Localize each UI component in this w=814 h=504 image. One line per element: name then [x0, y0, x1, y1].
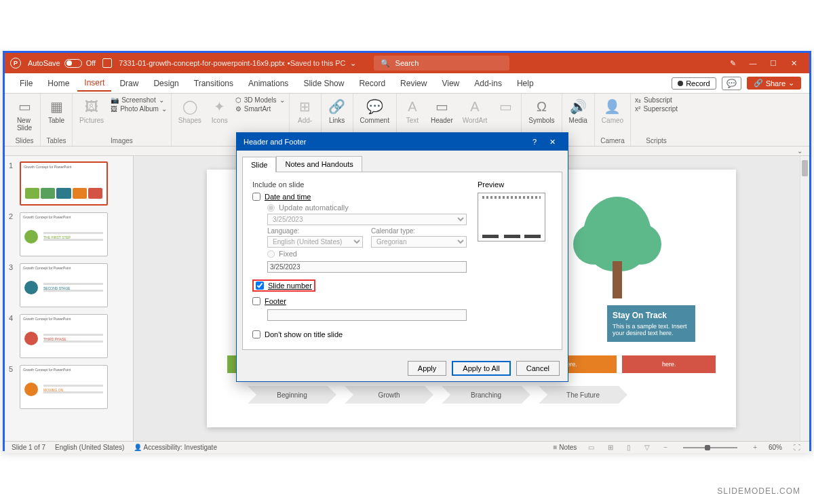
reading-view-icon[interactable]: ▯ — [625, 444, 633, 451]
tab-animations[interactable]: Animations — [241, 76, 295, 91]
text-icon: A — [404, 98, 421, 115]
dialog-tab-notes[interactable]: Notes and Handouts — [276, 156, 362, 172]
addins-button[interactable]: ⊞Add- — [294, 96, 317, 125]
sorter-view-icon[interactable]: ⊞ — [606, 444, 615, 451]
zoom-slider[interactable] — [683, 447, 737, 448]
link-icon: 🔗 — [328, 98, 346, 115]
tab-file[interactable]: File — [13, 76, 39, 91]
dialog-help-icon[interactable]: ? — [526, 138, 543, 146]
apply-button[interactable]: Apply — [408, 361, 447, 376]
tree-graphic — [580, 197, 655, 298]
table-button[interactable]: ▦Table — [45, 96, 68, 125]
tab-insert[interactable]: Insert — [77, 75, 111, 92]
superscript-button[interactable]: x² Superscript — [635, 105, 678, 113]
menubar: File Home Insert Draw Design Transitions… — [5, 73, 809, 94]
pictures-icon: 🖼 — [83, 98, 100, 115]
thumbnail-2[interactable]: Growth Concept for PowerPointTHE FIRST S… — [20, 212, 108, 256]
normal-view-icon[interactable]: ▭ — [586, 444, 596, 451]
screenshot-button[interactable]: 📷 Screenshot ⌄ — [111, 96, 167, 104]
dialog-close-icon[interactable]: ✕ — [543, 138, 561, 147]
tab-record[interactable]: Record — [352, 76, 392, 91]
thumbnail-1[interactable]: Growth Concept for PowerPoint — [20, 161, 108, 206]
shapes-button[interactable]: ◯Shapes — [176, 96, 204, 125]
tab-draw[interactable]: Draw — [113, 76, 145, 91]
preview-label: Preview — [478, 180, 552, 189]
zoom-in-icon[interactable]: + — [751, 444, 759, 451]
comment-button[interactable]: 💬Comment — [357, 96, 392, 125]
tab-slideshow[interactable]: Slide Show — [296, 76, 351, 91]
save-icon[interactable] — [102, 58, 112, 68]
slideshow-view-icon[interactable]: ▽ — [642, 444, 652, 451]
header-footer-dialog: Header and Footer ? ✕ Slide Notes and Ha… — [236, 132, 568, 382]
include-label: Include on slide — [252, 180, 467, 189]
text-button[interactable]: AText — [401, 96, 424, 125]
callout-box: Stay On Track This is a sample text. Ins… — [607, 305, 695, 342]
fixed-radio[interactable]: Fixed — [267, 250, 467, 258]
thumbnail-3[interactable]: Growth Concept for PowerPointSECOND STAG… — [20, 263, 108, 307]
wordart-button[interactable]: AWordArt — [460, 96, 490, 125]
tab-home[interactable]: Home — [41, 76, 76, 91]
autosave-toggle[interactable]: AutoSave Off — [28, 59, 96, 68]
tab-view[interactable]: View — [435, 76, 466, 91]
comments-icon[interactable]: 💬 — [722, 77, 741, 90]
search-icon: 🔍 — [381, 59, 390, 68]
slide-counter[interactable]: Slide 1 of 7 — [12, 444, 45, 451]
maximize-icon[interactable]: ☐ — [763, 56, 783, 70]
pen-icon[interactable]: ✎ — [722, 56, 743, 70]
cameo-button[interactable]: 👤Cameo — [599, 96, 626, 125]
minimize-icon[interactable]: — — [743, 56, 763, 70]
share-button[interactable]: 🔗 Share ⌄ — [747, 77, 801, 90]
fit-icon[interactable]: ⛶ — [792, 444, 802, 451]
pictures-button[interactable]: 🖼Pictures — [77, 96, 106, 125]
subscript-button[interactable]: x₂ Subscript — [635, 96, 678, 104]
cancel-button[interactable]: Cancel — [516, 361, 560, 376]
zoom-out-icon[interactable]: − — [661, 444, 670, 451]
header-button[interactable]: ▭Header — [428, 96, 456, 125]
object-icon: ▭ — [497, 98, 514, 115]
chevron-icon: ⌄ — [797, 147, 802, 155]
notes-button[interactable]: ≡ Notes — [554, 444, 577, 451]
apply-all-button[interactable]: Apply to All — [452, 361, 510, 376]
accessibility-status[interactable]: 👤 Accessibility: Investigate — [134, 444, 217, 451]
3dmodels-button[interactable]: ⬡ 3D Models ⌄ — [235, 96, 285, 104]
date-select[interactable]: 3/25/2023 — [267, 214, 467, 225]
search-input[interactable]: 🔍 Search — [374, 56, 509, 71]
update-auto-radio[interactable]: Update automatically — [267, 203, 467, 212]
dialog-tab-slide[interactable]: Slide — [242, 157, 276, 172]
datetime-checkbox[interactable]: Date and time — [252, 193, 467, 201]
tab-design[interactable]: Design — [147, 76, 185, 91]
fixed-date-field[interactable] — [267, 261, 467, 273]
tab-addins[interactable]: Add-ins — [467, 76, 509, 91]
thumbnail-4[interactable]: Growth Concept for PowerPointTHIRD PHASE — [20, 314, 108, 358]
addins-icon: ⊞ — [296, 98, 314, 115]
footer-checkbox[interactable]: Footer — [252, 297, 467, 305]
new-slide-button[interactable]: ▭New Slide — [13, 96, 36, 133]
record-button[interactable]: Record — [672, 77, 716, 90]
dialog-titlebar: Header and Footer ? ✕ — [237, 133, 568, 151]
zoom-level[interactable]: 60% — [769, 444, 782, 451]
comment-icon: 💬 — [366, 98, 383, 115]
language-select[interactable]: English (United States) — [267, 236, 363, 248]
cameo-icon: 👤 — [604, 98, 621, 115]
photoalbum-button[interactable]: 🖼 Photo Album ⌄ — [111, 105, 167, 113]
vertical-scrollbar[interactable] — [800, 156, 809, 441]
calendar-select[interactable]: Gregorian — [371, 236, 467, 248]
slide-thumbnails: 1Growth Concept for PowerPoint 2Growth C… — [5, 156, 134, 441]
media-button[interactable]: 🔊Media — [566, 96, 590, 125]
close-icon[interactable]: ✕ — [783, 56, 804, 70]
links-button[interactable]: 🔗Links — [326, 96, 349, 125]
symbols-button[interactable]: ΩSymbols — [526, 96, 557, 125]
chevron-down-icon[interactable]: ⌄ — [350, 59, 356, 68]
tab-transitions[interactable]: Transitions — [187, 76, 240, 91]
tab-review[interactable]: Review — [393, 76, 433, 91]
thumbnail-5[interactable]: Growth Concept for PowerPointMOVING ON — [20, 365, 108, 409]
smartart-button[interactable]: ⚙ SmartArt — [235, 105, 285, 113]
tab-help[interactable]: Help — [510, 76, 541, 91]
dont-show-checkbox[interactable]: Don't show on title slide — [252, 330, 467, 338]
language-status[interactable]: English (United States) — [55, 444, 124, 451]
icons-button[interactable]: ✦Icons — [208, 96, 231, 125]
object-button[interactable]: ▭ — [494, 96, 517, 117]
footer-text-field[interactable] — [267, 309, 467, 321]
icons-icon: ✦ — [211, 98, 229, 115]
slide-number-checkbox[interactable]: Slide number — [252, 279, 315, 292]
